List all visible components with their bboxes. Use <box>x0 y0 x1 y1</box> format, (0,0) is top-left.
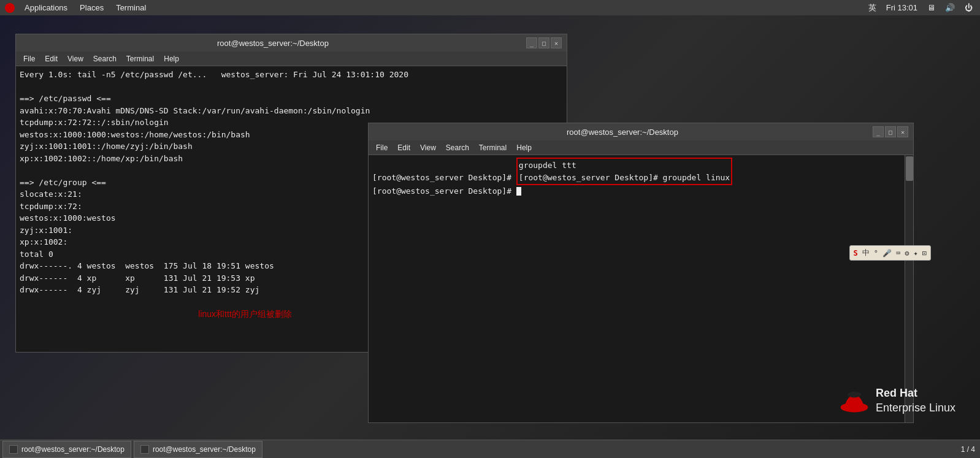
redhat-brand-text: Red Hat Enterprise Linux <box>876 386 955 415</box>
terminal-2-minimize[interactable]: _ <box>873 126 884 137</box>
taskbar-icon-1 <box>9 445 18 454</box>
redhat-menu-icon <box>5 3 15 13</box>
terminal-2-close[interactable]: ✕ <box>897 126 908 137</box>
taskbar-item-1[interactable]: root@westos_server:~/Desktop <box>2 441 131 458</box>
taskbar: root@westos_server:~/Desktop root@westos… <box>0 440 980 458</box>
taskbar-item-2[interactable]: root@westos_server:~/Desktop <box>134 441 262 458</box>
t2-file-menu[interactable]: File <box>371 142 392 153</box>
terminal-1-close[interactable]: ✕ <box>551 37 562 48</box>
clock: Fri 13:01 <box>884 3 920 12</box>
taskbar-label-1: root@westos_server:~/Desktop <box>21 445 124 454</box>
terminal-2-title: root@westos_server:~/Desktop <box>373 128 871 137</box>
terminal-2-maximize[interactable]: □ <box>885 126 896 137</box>
cursor <box>516 187 521 196</box>
ime-kb-btn[interactable]: ⌨ <box>895 248 902 258</box>
t1-terminal-menu[interactable]: Terminal <box>121 53 159 64</box>
terminal-1-minimize[interactable]: _ <box>526 37 537 48</box>
workspace-pager[interactable]: 1 / 4 <box>961 445 975 454</box>
top-menubar: Applications Places Terminal 英 Fri 13:01… <box>0 0 980 15</box>
redhat-name: Red Hat <box>876 386 955 400</box>
network-icon[interactable]: 🖥 <box>925 3 938 12</box>
redhat-hat-icon <box>839 389 870 413</box>
applications-menu[interactable]: Applications <box>20 2 72 13</box>
terminal-1-titlebar: root@westos_server:~/Desktop _ □ ✕ <box>16 34 567 52</box>
ime-zh-btn[interactable]: 中 <box>861 247 871 259</box>
t2-view-menu[interactable]: View <box>415 142 441 153</box>
volume-icon[interactable]: 🔊 <box>943 3 957 12</box>
ime-toolbar: S 中 ° 🎤 ⌨ ⚙ ✦ ⊡ <box>849 245 931 261</box>
t1-help-menu[interactable]: Help <box>159 53 184 64</box>
terminal-window-2: root@westos_server:~/Desktop _ □ ✕ File … <box>368 123 914 423</box>
terminal-menu[interactable]: Terminal <box>111 2 151 13</box>
taskbar-icon-2 <box>140 445 149 454</box>
t1-edit-menu[interactable]: Edit <box>40 53 63 64</box>
t1-search-menu[interactable]: Search <box>88 53 121 64</box>
terminal-1-title: root@westos_server:~/Desktop <box>21 39 525 48</box>
ime-extra1-btn[interactable]: ✦ <box>913 248 919 258</box>
ime-s-btn[interactable]: S <box>852 248 859 258</box>
t2-edit-menu[interactable]: Edit <box>392 142 415 153</box>
terminal-2-menubar: File Edit View Search Terminal Help <box>369 140 913 155</box>
annotation-text: linux和ttt的用户组被删除 <box>198 309 291 319</box>
terminal-1-menubar: File Edit View Search Terminal Help <box>16 52 567 66</box>
menubar-right: 英 Fri 13:01 🖥 🔊 ⏻ <box>866 2 975 13</box>
terminal-2-titlebar: root@westos_server:~/Desktop _ □ ✕ <box>369 123 913 140</box>
t1-view-menu[interactable]: View <box>63 53 88 64</box>
command-highlight: groupdel ttt [root@westos_server Desktop… <box>516 158 732 185</box>
lang-indicator[interactable]: 英 <box>866 2 879 13</box>
desktop: 8 root@westos_server:~/Desktop _ □ ✕ Fil… <box>0 15 980 440</box>
ime-punct-btn[interactable]: ° <box>873 248 879 258</box>
scrollbar[interactable] <box>905 155 913 422</box>
ime-mic-btn[interactable]: 🎤 <box>881 248 893 258</box>
terminal-2-content[interactable]: [root@westos_server Desktop]# groupdel t… <box>369 155 913 422</box>
power-icon[interactable]: ⏻ <box>962 3 975 12</box>
t2-search-menu[interactable]: Search <box>441 142 474 153</box>
terminal-1-maximize[interactable]: □ <box>538 37 549 48</box>
redhat-logo: Red Hat Enterprise Linux <box>839 386 955 415</box>
redhat-product: Enterprise Linux <box>876 401 955 415</box>
taskbar-label-2: root@westos_server:~/Desktop <box>153 445 256 454</box>
t2-terminal-menu[interactable]: Terminal <box>474 142 511 153</box>
ime-settings-btn[interactable]: ⚙ <box>903 248 910 258</box>
ime-extra2-btn[interactable]: ⊡ <box>921 248 928 258</box>
svg-point-1 <box>848 391 861 397</box>
places-menu[interactable]: Places <box>75 2 109 13</box>
t2-help-menu[interactable]: Help <box>511 142 537 153</box>
t1-file-menu[interactable]: File <box>18 53 40 64</box>
